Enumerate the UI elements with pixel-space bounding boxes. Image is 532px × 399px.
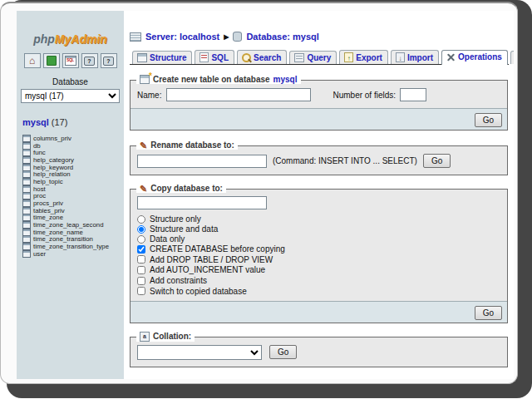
phpmyadmin-docs-button[interactable]: ? bbox=[81, 53, 98, 68]
collation-icon: a bbox=[140, 332, 150, 342]
copy-option-checkbox[interactable] bbox=[137, 287, 145, 295]
num-fields-label: Number of fields: bbox=[332, 91, 396, 100]
tab-label: Query bbox=[307, 53, 331, 62]
table-list-item[interactable]: host bbox=[22, 185, 124, 193]
table-name: time_zone_transition bbox=[33, 235, 93, 243]
copy-option-checkbox[interactable] bbox=[137, 245, 145, 254]
copy-option-checkbox[interactable] bbox=[137, 255, 145, 264]
table-name: db bbox=[33, 142, 41, 150]
tab[interactable]: Search bbox=[237, 50, 287, 64]
table-icon bbox=[22, 170, 31, 178]
copy-option[interactable]: Add constraints bbox=[137, 276, 500, 286]
table-name: help_category bbox=[33, 156, 74, 164]
logout-icon bbox=[47, 56, 57, 66]
table-list-item[interactable]: func bbox=[22, 149, 124, 156]
copy-mode-radio[interactable] bbox=[137, 215, 145, 224]
sidebar: phpMyAdmin ⌂ ? ? Database mysql (17) mys… bbox=[17, 11, 124, 379]
create-table-section: Create new table on database mysql Name:… bbox=[130, 80, 508, 131]
num-fields-input[interactable] bbox=[400, 88, 426, 101]
tab[interactable]: Operations bbox=[441, 50, 508, 65]
table-list-item[interactable]: time_zone_leap_second bbox=[22, 221, 124, 229]
table-list-item[interactable]: proc bbox=[22, 193, 124, 200]
copy-option[interactable]: CREATE DATABASE before copying bbox=[137, 244, 500, 254]
table-list-item[interactable]: time_zone_name bbox=[22, 229, 124, 236]
table-list-item[interactable]: db bbox=[22, 142, 124, 150]
breadcrumb-server-link[interactable]: Server: localhost bbox=[145, 32, 219, 42]
table-list-item[interactable]: help_keyword bbox=[22, 164, 124, 171]
tab-label: Import bbox=[407, 53, 433, 62]
current-database-link[interactable]: mysql(17) bbox=[22, 117, 124, 127]
copy-option-checkbox[interactable] bbox=[137, 266, 145, 274]
table-icon bbox=[22, 221, 31, 229]
create-table-go-button[interactable]: Go bbox=[475, 113, 502, 127]
rename-database-legend-text: Rename database to: bbox=[150, 140, 234, 150]
copy-database-section: ✎ Copy database to: Structure only bbox=[130, 189, 508, 323]
database-select[interactable]: mysql (17) bbox=[21, 89, 120, 103]
table-list-item[interactable]: columns_priv bbox=[22, 135, 124, 142]
copy-option[interactable]: Add AUTO_INCREMENT value bbox=[137, 265, 500, 275]
copy-mode-option[interactable]: Structure and data bbox=[137, 224, 500, 234]
collation-select[interactable] bbox=[137, 345, 262, 360]
table-name: help_relation bbox=[33, 170, 71, 178]
create-table-footer: Go bbox=[131, 108, 507, 130]
copy-mode-radio[interactable] bbox=[137, 225, 145, 234]
table-list-item[interactable]: time_zone_transition bbox=[22, 236, 124, 244]
rename-go-button[interactable]: Go bbox=[423, 154, 451, 168]
table-list-item[interactable]: tables_priv bbox=[22, 207, 124, 214]
table-name-input[interactable] bbox=[166, 88, 311, 101]
table-name: proc bbox=[33, 192, 46, 200]
table-list-item[interactable]: help_topic bbox=[22, 178, 124, 185]
phpmyadmin-logo[interactable]: phpMyAdmin bbox=[17, 32, 124, 46]
table-list-item[interactable]: procs_priv bbox=[22, 200, 124, 207]
sql-window-button[interactable] bbox=[62, 53, 79, 68]
table-name: help_topic bbox=[33, 178, 63, 185]
tab[interactable]: Query bbox=[289, 51, 337, 64]
home-button[interactable]: ⌂ bbox=[24, 53, 41, 68]
copy-mode-option[interactable]: Data only bbox=[137, 234, 500, 244]
collation-section: a Collation: Go bbox=[130, 337, 508, 367]
create-table-legend-text: Create new table on database bbox=[153, 75, 270, 84]
table-icon bbox=[22, 164, 31, 171]
tab-label: Structure bbox=[150, 53, 186, 62]
database-icon bbox=[233, 32, 242, 42]
table-list-item[interactable]: time_zone_transition_type bbox=[22, 243, 124, 250]
logout-button[interactable] bbox=[43, 53, 60, 68]
table-icon bbox=[22, 243, 31, 250]
table-name: help_keyword bbox=[33, 164, 73, 171]
collation-go-button[interactable]: Go bbox=[269, 345, 297, 359]
copy-mode-option[interactable]: Structure only bbox=[137, 214, 500, 224]
pencil-icon: ✎ bbox=[140, 141, 147, 150]
tab-bar: Structure SQL Search bbox=[130, 49, 509, 65]
copy-option-label: Switch to copied database bbox=[150, 287, 247, 296]
mysql-docs-button[interactable]: ? bbox=[101, 53, 117, 68]
copy-option[interactable]: Switch to copied database bbox=[137, 286, 500, 296]
table-name: procs_priv bbox=[33, 200, 63, 207]
tab[interactable]: Export bbox=[339, 50, 388, 64]
table-list-item[interactable]: help_category bbox=[22, 156, 124, 164]
sql-window-icon bbox=[65, 56, 76, 66]
table-list-item[interactable]: time_zone bbox=[22, 214, 124, 222]
copy-go-button[interactable]: Go bbox=[475, 306, 502, 320]
rename-database-input[interactable] bbox=[137, 155, 267, 168]
table-icon bbox=[22, 156, 31, 164]
copy-mode-radio[interactable] bbox=[137, 235, 145, 244]
copy-option-checkbox[interactable] bbox=[137, 277, 145, 285]
table-name: user bbox=[33, 250, 46, 258]
new-table-icon bbox=[140, 75, 150, 84]
copy-database-input[interactable] bbox=[137, 196, 267, 209]
table-list-item[interactable]: help_relation bbox=[22, 170, 124, 178]
tab[interactable]: SQL bbox=[195, 50, 234, 64]
sidebar-nav-icons: ⌂ ? ? bbox=[17, 53, 124, 68]
tab[interactable]: Structure bbox=[132, 51, 192, 64]
copy-option[interactable]: Add DROP TABLE / DROP VIEW bbox=[137, 255, 500, 265]
breadcrumb-database-link[interactable]: Database: mysql bbox=[246, 32, 318, 42]
tab[interactable]: Privileges bbox=[510, 51, 514, 64]
current-database-count: (17) bbox=[52, 117, 68, 127]
query-icon bbox=[294, 53, 304, 62]
table-list-item[interactable]: user bbox=[22, 250, 124, 258]
table-name: time_zone bbox=[33, 214, 63, 221]
tab[interactable]: Import bbox=[391, 50, 439, 64]
import-icon bbox=[396, 52, 405, 62]
copy-mode-label: Data only bbox=[150, 234, 185, 244]
sql-icon bbox=[200, 52, 209, 62]
